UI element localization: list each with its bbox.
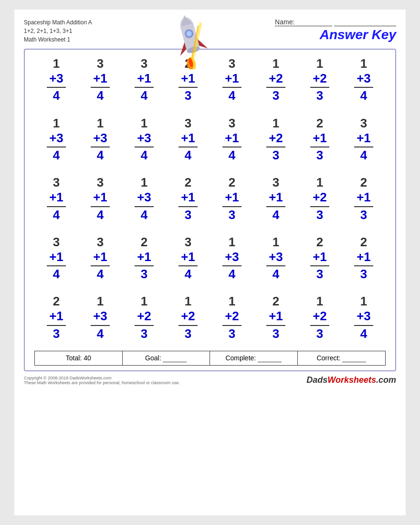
addend: +3 [225,250,239,264]
top-number: 3 [141,56,147,71]
problem-4-7: 2+13 [298,233,342,284]
addend: +3 [93,131,107,146]
header-right: Name: Answer Key [275,18,396,42]
answer: 4 [91,87,110,103]
problem-row-2: 1+341+341+343+143+141+232+133+14 [34,114,386,165]
answer: 3 [222,325,242,341]
answer: 3 [310,147,329,163]
top-number: 1 [97,294,104,309]
top-number: 1 [316,56,323,71]
top-number: 2 [316,235,323,250]
top-number: 1 [273,116,279,131]
problem-5-6: 2+13 [254,292,298,343]
problem-3-8: 2+13 [342,173,386,224]
answer: 3 [178,87,198,103]
answer: 3 [222,206,242,222]
answer: 4 [354,147,373,163]
addend: +1 [225,71,239,86]
top-number: 2 [360,175,367,190]
problem-3-4: 2+13 [166,173,210,224]
problem-5-8: 1+34 [342,292,386,343]
title-line3: Math Worksheet 1 [24,35,92,44]
name-field: Name: [275,18,396,26]
addend: +2 [269,71,283,86]
addend: +2 [313,71,327,86]
correct-cell: Correct: [298,351,386,365]
problem-row-4: 3+143+142+133+141+341+342+132+13 [34,233,386,284]
top-number: 3 [273,175,279,190]
top-number: 2 [360,235,367,250]
worksheet-box: 1+343+143+142+133+141+231+231+341+341+34… [24,49,396,371]
top-number: 3 [185,116,191,131]
top-number: 3 [97,175,104,190]
addend: +1 [93,71,107,86]
rocket-illustration [167,12,215,60]
addend: +1 [93,190,107,205]
answer: 3 [310,87,329,103]
problem-1-3: 3+14 [122,54,166,105]
problem-4-6: 1+34 [254,233,298,284]
total-cell: Total: 40 [35,351,123,365]
problem-4-4: 3+14 [166,233,210,284]
addend: +3 [49,131,63,146]
top-number: 1 [316,175,323,190]
top-number: 3 [53,235,60,250]
answer: 4 [91,147,110,163]
top-number: 1 [97,116,104,131]
answer: 4 [354,87,373,103]
addend: +1 [225,131,239,146]
addend: +2 [313,190,327,205]
addend: +3 [269,250,283,264]
top-number: 1 [53,56,60,71]
answer: 4 [135,206,154,222]
problem-5-5: 1+23 [210,292,254,343]
addend: +3 [357,71,371,86]
complete-cell: Complete: [210,351,298,365]
problem-2-4: 3+14 [166,114,210,165]
top-number: 1 [360,56,367,71]
answer: 3 [266,87,285,103]
problem-3-5: 2+13 [210,173,254,224]
top-number: 3 [97,235,104,250]
top-number: 3 [97,56,104,71]
problem-1-7: 1+23 [298,54,342,105]
answer-key-label: Answer Key [320,27,396,42]
addend: +2 [225,309,239,324]
problem-2-5: 3+14 [210,114,254,165]
answer: 3 [310,206,329,222]
top-number: 2 [141,235,147,250]
problem-3-1: 3+14 [34,173,78,224]
title-line2: 1+2, 2+1, 1+3, 3+1 [24,27,92,35]
top-number: 1 [141,116,147,131]
problem-3-7: 1+23 [298,173,342,224]
problem-2-2: 1+34 [78,114,122,165]
addend: +1 [225,190,239,205]
dads-logo: DadsWorksheets.com [306,375,396,385]
addend: +3 [357,309,371,324]
goal-cell: Goal: [123,351,210,365]
addend: +2 [137,309,151,324]
addend: +3 [93,309,107,324]
top-number: 1 [360,294,367,309]
answer: 4 [266,206,285,222]
addend: +1 [357,250,371,264]
top-number: 3 [360,116,367,131]
problem-4-8: 2+13 [342,233,386,284]
answer: 4 [91,206,110,222]
answer: 3 [310,265,329,282]
problem-1-1: 1+34 [34,54,78,105]
addend: +1 [181,190,195,205]
addend: +1 [181,250,195,264]
addend: +1 [181,71,195,86]
header-info: Spaceship Math Addition A 1+2, 2+1, 1+3,… [24,18,92,44]
top-number: 3 [185,235,191,250]
addend: +1 [49,309,63,324]
addend: +1 [49,190,63,205]
answer: 3 [310,325,329,341]
top-number: 1 [273,56,279,71]
top-number: 1 [229,235,235,250]
addend: +1 [137,250,151,264]
answer: 4 [135,87,154,103]
top-number: 2 [273,294,279,309]
answer: 3 [135,265,154,282]
